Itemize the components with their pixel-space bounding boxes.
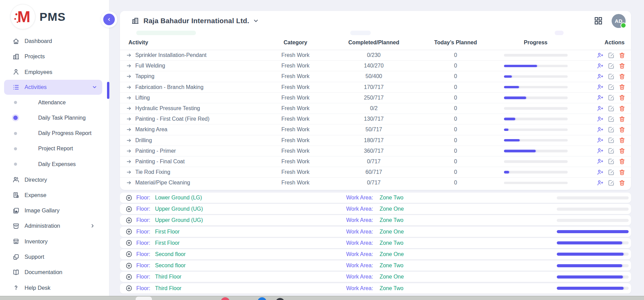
edit-button[interactable]	[608, 147, 615, 154]
table-row[interactable]: Painting - Final Coat Fresh Work 0/717 0	[120, 156, 631, 167]
progress-bar	[504, 65, 568, 68]
plus-circle-icon[interactable]	[125, 251, 133, 258]
taskbar-item[interactable]	[258, 297, 266, 300]
edit-button[interactable]	[608, 52, 615, 59]
plus-circle-icon[interactable]	[125, 217, 133, 224]
edit-button[interactable]	[608, 73, 615, 80]
edit-button[interactable]	[608, 84, 615, 91]
edit-button[interactable]	[608, 179, 615, 186]
edit-button[interactable]	[608, 105, 615, 112]
avatar[interactable]: AD	[612, 14, 626, 28]
sidebar-item-administration[interactable]: Administration	[0, 218, 109, 234]
sidebar-item-daily-progress-report[interactable]: Daily Progress Report	[0, 125, 109, 141]
floor-row[interactable]: Floor: Second floor Work Area: Zone One	[120, 249, 631, 259]
sidebar-item-daily-expenses[interactable]: Daily Expenses	[0, 156, 109, 172]
floor-row[interactable]: Floor: Upper Ground (UG) Work Area: Zone…	[120, 215, 631, 225]
table-row[interactable]: Full Welding Fresh Work 140/270 0	[120, 61, 631, 71]
edit-button[interactable]	[608, 62, 615, 70]
edit-button[interactable]	[608, 116, 615, 123]
assign-user-button[interactable]	[597, 169, 604, 176]
edit-button[interactable]	[608, 126, 615, 133]
sidebar-item-support[interactable]: Support	[0, 249, 109, 265]
taskbar-item[interactable]	[136, 297, 152, 300]
delete-button[interactable]	[618, 158, 626, 165]
sidebar-item-activities[interactable]: Activities	[4, 80, 102, 95]
edit-button[interactable]	[608, 137, 615, 144]
table-row[interactable]: Marking Area Fresh Work 50/717 0	[120, 124, 631, 135]
delete-button[interactable]	[618, 105, 626, 112]
floor-row[interactable]: Floor: First Floor Work Area: Zone One	[120, 227, 631, 237]
edit-button[interactable]	[608, 94, 615, 101]
sidebar-item-projects[interactable]: Projects	[0, 49, 109, 64]
assign-user-button[interactable]	[597, 105, 604, 112]
edit-button[interactable]	[608, 169, 615, 176]
assign-user-button[interactable]	[597, 52, 604, 59]
floor-row[interactable]: Floor: First Floor Work Area: Zone Two	[120, 238, 631, 248]
floor-row[interactable]: Floor: Second floor Work Area: Zone Two	[120, 260, 631, 271]
assign-user-button[interactable]	[597, 126, 604, 133]
table-row[interactable]: Drilling Fresh Work 180/717 0	[120, 135, 631, 146]
delete-button[interactable]	[618, 116, 626, 123]
assign-user-button[interactable]	[597, 137, 604, 144]
delete-button[interactable]	[618, 179, 626, 186]
apps-grid-icon[interactable]	[594, 16, 603, 25]
sidebar-item-employees[interactable]: Employees	[0, 64, 109, 80]
delete-button[interactable]	[618, 126, 626, 133]
assign-user-button[interactable]	[597, 147, 604, 154]
assign-user-button[interactable]	[597, 84, 604, 91]
assign-user-button[interactable]	[597, 73, 604, 80]
sidebar-item-directory[interactable]: Directory	[0, 172, 109, 187]
company-selector[interactable]: Raja Bahadur International Ltd.	[143, 17, 249, 25]
table-row[interactable]: Hydraulic Pressure Testing Fresh Work 0/…	[120, 103, 631, 114]
sidebar-item-expense[interactable]: Expense	[0, 188, 109, 203]
table-row[interactable]: Fabrication - Branch Making Fresh Work 1…	[120, 82, 631, 93]
floor-row[interactable]: Floor: Third Floor Work Area: Zone Two	[120, 283, 631, 294]
delete-button[interactable]	[618, 73, 626, 80]
plus-circle-icon[interactable]	[125, 273, 133, 281]
category-cell: Fresh Work	[253, 169, 338, 175]
sidebar-item-help-desk[interactable]: Help Desk	[0, 280, 109, 295]
delete-button[interactable]	[618, 137, 626, 144]
chevron-down-icon[interactable]	[252, 17, 259, 24]
todays-planned-cell: 0	[410, 105, 502, 111]
sidebar-item-documentation[interactable]: Documentation	[0, 265, 109, 280]
floor-row[interactable]: Floor: Third Floor Work Area: Zone One	[120, 272, 631, 282]
table-row[interactable]: Tapping Fresh Work 50/400 0	[120, 71, 631, 82]
brand-name: PMS	[40, 10, 66, 24]
taskbar-item[interactable]	[221, 297, 230, 300]
plus-circle-icon[interactable]	[125, 194, 133, 201]
table-row[interactable]: Painting - First Coat (Fire Red) Fresh W…	[120, 114, 631, 124]
delete-button[interactable]	[618, 147, 626, 154]
delete-button[interactable]	[618, 94, 626, 101]
assign-user-button[interactable]	[597, 94, 604, 101]
sidebar-item-daily-task-planning[interactable]: Daily Task Planning	[0, 110, 109, 125]
floor-row[interactable]: Floor: Lower Ground (LG) Work Area: Zone…	[120, 193, 631, 203]
delete-button[interactable]	[618, 62, 626, 70]
edit-button[interactable]	[608, 158, 615, 165]
table-row[interactable]: Material/Pipe Cleaning Fresh Work 0/717 …	[120, 178, 631, 188]
assign-user-button[interactable]	[597, 116, 604, 123]
plus-circle-icon[interactable]	[125, 239, 133, 246]
table-row[interactable]: Lifting Fresh Work 250/717 0	[120, 93, 631, 103]
delete-button[interactable]	[618, 52, 626, 59]
plus-circle-icon[interactable]	[125, 262, 133, 269]
plus-circle-icon[interactable]	[125, 206, 133, 213]
sidebar-item-inventory[interactable]: Inventory	[0, 234, 109, 249]
plus-circle-icon[interactable]	[125, 285, 133, 292]
sidebar-item-image-gallary[interactable]: Image Gallary	[0, 203, 109, 218]
delete-button[interactable]	[618, 84, 626, 91]
table-row[interactable]: Tie Rod Fixing Fresh Work 60/717 0	[120, 167, 631, 178]
delete-button[interactable]	[618, 169, 626, 176]
sidebar-item-dashboard[interactable]: Dashboard	[0, 33, 109, 49]
assign-user-button[interactable]	[597, 179, 604, 186]
plus-circle-icon[interactable]	[125, 228, 133, 235]
sidebar-item-project-report[interactable]: Project Report	[0, 141, 109, 156]
sidebar-item-attendance[interactable]: Attendance	[0, 95, 109, 110]
sidebar-collapse-button[interactable]	[101, 11, 117, 28]
col-actions: Actions	[570, 40, 626, 46]
table-row[interactable]: Sprinkler Installation-Pendant Fresh Wor…	[120, 50, 631, 61]
assign-user-button[interactable]	[597, 62, 604, 70]
floor-row[interactable]: Floor: Upper Ground (UG) Work Area: Zone…	[120, 204, 631, 214]
assign-user-button[interactable]	[597, 158, 604, 165]
table-row[interactable]: Painting - Primer Fresh Work 360/717 0	[120, 146, 631, 156]
